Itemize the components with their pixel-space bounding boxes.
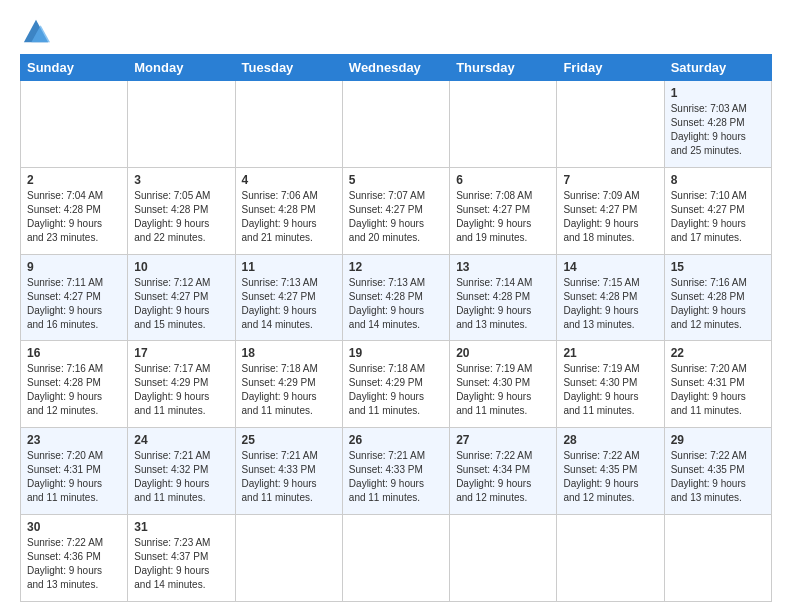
day-number: 27 [456, 433, 550, 447]
calendar-cell: 18Sunrise: 7:18 AMSunset: 4:29 PMDayligh… [235, 341, 342, 428]
calendar-cell [450, 81, 557, 168]
day-number: 21 [563, 346, 657, 360]
day-info: Sunrise: 7:21 AMSunset: 4:33 PMDaylight:… [242, 449, 336, 505]
calendar-cell: 16Sunrise: 7:16 AMSunset: 4:28 PMDayligh… [21, 341, 128, 428]
calendar-cell: 26Sunrise: 7:21 AMSunset: 4:33 PMDayligh… [342, 428, 449, 515]
day-header-tuesday: Tuesday [235, 55, 342, 81]
day-number: 13 [456, 260, 550, 274]
logo [20, 16, 50, 44]
day-info: Sunrise: 7:20 AMSunset: 4:31 PMDaylight:… [671, 362, 765, 418]
day-info: Sunrise: 7:18 AMSunset: 4:29 PMDaylight:… [349, 362, 443, 418]
calendar-cell: 20Sunrise: 7:19 AMSunset: 4:30 PMDayligh… [450, 341, 557, 428]
day-number: 8 [671, 173, 765, 187]
day-info: Sunrise: 7:22 AMSunset: 4:36 PMDaylight:… [27, 536, 121, 592]
day-number: 24 [134, 433, 228, 447]
calendar-cell: 11Sunrise: 7:13 AMSunset: 4:27 PMDayligh… [235, 254, 342, 341]
calendar-cell [342, 81, 449, 168]
calendar-cell: 19Sunrise: 7:18 AMSunset: 4:29 PMDayligh… [342, 341, 449, 428]
calendar-cell [235, 515, 342, 602]
day-number: 5 [349, 173, 443, 187]
day-number: 4 [242, 173, 336, 187]
day-number: 26 [349, 433, 443, 447]
calendar-cell: 9Sunrise: 7:11 AMSunset: 4:27 PMDaylight… [21, 254, 128, 341]
day-number: 25 [242, 433, 336, 447]
day-number: 18 [242, 346, 336, 360]
calendar-cell [235, 81, 342, 168]
day-number: 29 [671, 433, 765, 447]
day-info: Sunrise: 7:08 AMSunset: 4:27 PMDaylight:… [456, 189, 550, 245]
day-info: Sunrise: 7:15 AMSunset: 4:28 PMDaylight:… [563, 276, 657, 332]
day-info: Sunrise: 7:09 AMSunset: 4:27 PMDaylight:… [563, 189, 657, 245]
day-info: Sunrise: 7:13 AMSunset: 4:27 PMDaylight:… [242, 276, 336, 332]
day-info: Sunrise: 7:22 AMSunset: 4:34 PMDaylight:… [456, 449, 550, 505]
calendar-cell: 27Sunrise: 7:22 AMSunset: 4:34 PMDayligh… [450, 428, 557, 515]
day-number: 23 [27, 433, 121, 447]
week-row-3: 9Sunrise: 7:11 AMSunset: 4:27 PMDaylight… [21, 254, 772, 341]
day-number: 7 [563, 173, 657, 187]
day-header-monday: Monday [128, 55, 235, 81]
logo-icon [22, 16, 50, 44]
day-number: 10 [134, 260, 228, 274]
calendar-cell: 28Sunrise: 7:22 AMSunset: 4:35 PMDayligh… [557, 428, 664, 515]
calendar-table: SundayMondayTuesdayWednesdayThursdayFrid… [20, 54, 772, 602]
day-info: Sunrise: 7:04 AMSunset: 4:28 PMDaylight:… [27, 189, 121, 245]
day-info: Sunrise: 7:12 AMSunset: 4:27 PMDaylight:… [134, 276, 228, 332]
day-info: Sunrise: 7:23 AMSunset: 4:37 PMDaylight:… [134, 536, 228, 592]
week-row-1: 1Sunrise: 7:03 AMSunset: 4:28 PMDaylight… [21, 81, 772, 168]
calendar-cell: 3Sunrise: 7:05 AMSunset: 4:28 PMDaylight… [128, 167, 235, 254]
day-info: Sunrise: 7:13 AMSunset: 4:28 PMDaylight:… [349, 276, 443, 332]
day-info: Sunrise: 7:21 AMSunset: 4:33 PMDaylight:… [349, 449, 443, 505]
calendar-cell: 10Sunrise: 7:12 AMSunset: 4:27 PMDayligh… [128, 254, 235, 341]
calendar-cell [128, 81, 235, 168]
day-number: 22 [671, 346, 765, 360]
day-header-saturday: Saturday [664, 55, 771, 81]
day-info: Sunrise: 7:22 AMSunset: 4:35 PMDaylight:… [563, 449, 657, 505]
calendar-cell: 7Sunrise: 7:09 AMSunset: 4:27 PMDaylight… [557, 167, 664, 254]
calendar-cell: 17Sunrise: 7:17 AMSunset: 4:29 PMDayligh… [128, 341, 235, 428]
calendar-cell: 15Sunrise: 7:16 AMSunset: 4:28 PMDayligh… [664, 254, 771, 341]
calendar-cell: 6Sunrise: 7:08 AMSunset: 4:27 PMDaylight… [450, 167, 557, 254]
day-info: Sunrise: 7:16 AMSunset: 4:28 PMDaylight:… [27, 362, 121, 418]
day-number: 12 [349, 260, 443, 274]
calendar-cell: 13Sunrise: 7:14 AMSunset: 4:28 PMDayligh… [450, 254, 557, 341]
calendar-cell: 30Sunrise: 7:22 AMSunset: 4:36 PMDayligh… [21, 515, 128, 602]
page: SundayMondayTuesdayWednesdayThursdayFrid… [0, 0, 792, 612]
calendar-cell: 8Sunrise: 7:10 AMSunset: 4:27 PMDaylight… [664, 167, 771, 254]
day-info: Sunrise: 7:14 AMSunset: 4:28 PMDaylight:… [456, 276, 550, 332]
day-header-friday: Friday [557, 55, 664, 81]
calendar-cell [664, 515, 771, 602]
calendar-cell: 29Sunrise: 7:22 AMSunset: 4:35 PMDayligh… [664, 428, 771, 515]
day-info: Sunrise: 7:10 AMSunset: 4:27 PMDaylight:… [671, 189, 765, 245]
week-row-4: 16Sunrise: 7:16 AMSunset: 4:28 PMDayligh… [21, 341, 772, 428]
calendar-cell [557, 515, 664, 602]
calendar-cell: 5Sunrise: 7:07 AMSunset: 4:27 PMDaylight… [342, 167, 449, 254]
day-number: 15 [671, 260, 765, 274]
day-info: Sunrise: 7:11 AMSunset: 4:27 PMDaylight:… [27, 276, 121, 332]
day-info: Sunrise: 7:17 AMSunset: 4:29 PMDaylight:… [134, 362, 228, 418]
day-info: Sunrise: 7:16 AMSunset: 4:28 PMDaylight:… [671, 276, 765, 332]
header-row: SundayMondayTuesdayWednesdayThursdayFrid… [21, 55, 772, 81]
day-number: 16 [27, 346, 121, 360]
calendar-cell: 2Sunrise: 7:04 AMSunset: 4:28 PMDaylight… [21, 167, 128, 254]
day-number: 28 [563, 433, 657, 447]
day-header-sunday: Sunday [21, 55, 128, 81]
day-number: 11 [242, 260, 336, 274]
calendar-cell: 14Sunrise: 7:15 AMSunset: 4:28 PMDayligh… [557, 254, 664, 341]
day-number: 1 [671, 86, 765, 100]
day-number: 31 [134, 520, 228, 534]
calendar-cell: 24Sunrise: 7:21 AMSunset: 4:32 PMDayligh… [128, 428, 235, 515]
day-info: Sunrise: 7:19 AMSunset: 4:30 PMDaylight:… [563, 362, 657, 418]
day-info: Sunrise: 7:07 AMSunset: 4:27 PMDaylight:… [349, 189, 443, 245]
day-number: 20 [456, 346, 550, 360]
day-info: Sunrise: 7:05 AMSunset: 4:28 PMDaylight:… [134, 189, 228, 245]
week-row-2: 2Sunrise: 7:04 AMSunset: 4:28 PMDaylight… [21, 167, 772, 254]
day-info: Sunrise: 7:06 AMSunset: 4:28 PMDaylight:… [242, 189, 336, 245]
calendar-cell [342, 515, 449, 602]
day-number: 6 [456, 173, 550, 187]
calendar-cell: 31Sunrise: 7:23 AMSunset: 4:37 PMDayligh… [128, 515, 235, 602]
week-row-5: 23Sunrise: 7:20 AMSunset: 4:31 PMDayligh… [21, 428, 772, 515]
calendar-cell: 23Sunrise: 7:20 AMSunset: 4:31 PMDayligh… [21, 428, 128, 515]
day-number: 2 [27, 173, 121, 187]
day-number: 9 [27, 260, 121, 274]
day-number: 17 [134, 346, 228, 360]
